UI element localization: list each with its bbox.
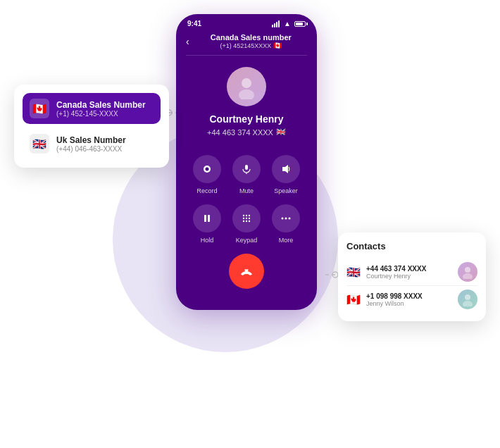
svg-point-27 (465, 267, 470, 273)
hold-control: Hold (193, 204, 221, 244)
phone-mockup: 9:41 ▲ ‹ Canada Sales number (+1) 452145… (176, 14, 317, 310)
svg-point-17 (246, 218, 247, 219)
svg-point-19 (243, 220, 244, 222)
uk-contact-flag: 🇬🇧 (346, 266, 361, 279)
canada-flag-icon: 🇨🇦 (30, 99, 49, 118)
more-label: More (279, 237, 294, 244)
phone-header: ‹ Canada Sales number (+1) 452145XXXX 🇨🇦 (176, 30, 317, 55)
call-controls: Record Mute (176, 145, 317, 296)
canada-sales-number: (+1) 452-145-XXXX (56, 110, 146, 118)
call-header-title: Canada Sales number (195, 33, 307, 42)
canada-contact-flag: 🇨🇦 (346, 293, 361, 306)
svg-point-18 (249, 218, 250, 219)
call-header-number: (+1) 452145XXXX 🇨🇦 (195, 42, 307, 49)
controls-row-2: Hold Keypad (187, 204, 306, 244)
svg-point-7 (206, 168, 209, 171)
contacts-card: Contacts 🇬🇧 +44 463 374 XXXX Courtney He… (338, 232, 486, 321)
svg-point-23 (285, 218, 287, 220)
svg-rect-12 (208, 215, 210, 222)
jenny-avatar (458, 290, 477, 309)
speaker-label: Speaker (274, 187, 298, 194)
svg-point-4 (242, 78, 251, 88)
record-button[interactable] (193, 155, 221, 183)
svg-point-29 (465, 294, 470, 300)
contact-name: Courtney Henry (209, 113, 283, 125)
svg-point-15 (249, 215, 250, 216)
speaker-control: Speaker (272, 155, 300, 194)
jenny-number: +1 098 998 XXXX (366, 292, 452, 300)
contact-item-courtney[interactable]: 🇬🇧 +44 463 374 XXXX Courtney Henry (346, 259, 477, 286)
contact-item-jenny[interactable]: 🇨🇦 +1 098 998 XXXX Jenny Wilson (346, 286, 477, 313)
sales-item-uk[interactable]: 🇬🇧 Uk Sales Number (+44) 046-463-XXXX (23, 128, 161, 159)
hold-label: Hold (201, 237, 214, 244)
contact-section: Courtney Henry +44 463 374 XXXX 🇬🇧 (176, 56, 317, 145)
end-call-button[interactable] (229, 254, 264, 289)
svg-rect-11 (204, 215, 206, 222)
header-flag: 🇨🇦 (273, 42, 282, 49)
jenny-name: Jenny Wilson (366, 300, 452, 307)
uk-flag-icon: 🇬🇧 (30, 134, 49, 154)
mute-button[interactable] (232, 155, 261, 183)
signal-icon (272, 20, 280, 27)
status-icons: ▲ (272, 20, 306, 27)
more-button[interactable] (272, 204, 300, 232)
mute-control: Mute (232, 155, 261, 194)
svg-marker-10 (282, 165, 288, 173)
avatar (227, 67, 266, 106)
wifi-icon: ▲ (284, 20, 291, 27)
contacts-title: Contacts (346, 241, 477, 251)
courtney-name: Courtney Henry (366, 273, 452, 280)
svg-point-3 (332, 272, 338, 278)
record-label: Record (196, 187, 217, 194)
status-time: 9:41 (187, 20, 201, 27)
back-button[interactable]: ‹ (186, 36, 189, 47)
contact-number: +44 463 374 XXXX 🇬🇧 (207, 127, 286, 137)
status-bar: 9:41 ▲ (176, 14, 317, 30)
svg-point-16 (243, 218, 244, 219)
speaker-button[interactable] (272, 155, 300, 183)
svg-point-28 (463, 273, 473, 279)
record-control: Record (193, 155, 221, 194)
canada-sales-name: Canada Sales Number (56, 100, 146, 110)
svg-point-30 (463, 301, 473, 306)
end-call-container (187, 254, 306, 289)
uk-sales-name: Uk Sales Number (56, 135, 126, 145)
sales-numbers-card: 🇨🇦 Canada Sales Number (+1) 452-145-XXXX… (14, 85, 169, 168)
svg-point-5 (239, 89, 254, 99)
svg-point-14 (246, 215, 247, 216)
keypad-label: Keypad (236, 237, 258, 244)
uk-sales-number: (+44) 046-463-XXXX (56, 145, 126, 153)
svg-point-20 (246, 220, 247, 222)
keypad-control: Keypad (232, 204, 261, 244)
battery-icon (294, 21, 306, 27)
controls-row-1: Record Mute (187, 155, 306, 194)
courtney-number: +44 463 374 XXXX (366, 265, 452, 273)
more-control: More (272, 204, 300, 244)
hold-button[interactable] (193, 204, 221, 232)
keypad-button[interactable] (232, 204, 261, 232)
svg-point-13 (243, 215, 244, 216)
mute-label: Mute (239, 187, 254, 194)
courtney-avatar (458, 262, 477, 282)
sales-item-canada[interactable]: 🇨🇦 Canada Sales Number (+1) 452-145-XXXX (23, 93, 161, 124)
svg-point-22 (282, 218, 284, 220)
svg-point-21 (249, 220, 250, 222)
svg-point-24 (289, 218, 291, 220)
svg-rect-8 (245, 165, 248, 170)
